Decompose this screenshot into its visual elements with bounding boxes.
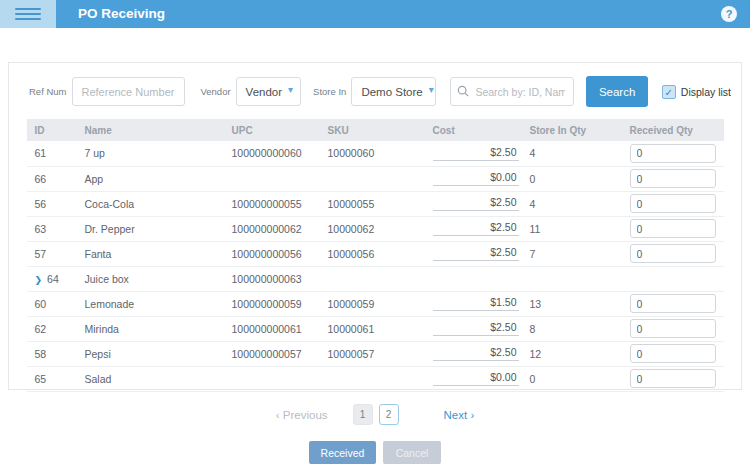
cell-id: ❯61 — [27, 141, 77, 166]
cell-cost — [425, 266, 522, 291]
page-button-2[interactable]: 2 — [379, 404, 399, 425]
cost-input[interactable]: $2.50 — [433, 321, 519, 336]
column-header: ID — [27, 119, 77, 141]
received-qty-input[interactable] — [630, 219, 716, 238]
cell-sku — [320, 166, 425, 191]
cell-cost: $2.50 — [425, 341, 522, 366]
reference-number-input[interactable] — [72, 77, 185, 106]
table-row: ❯61 7 up 100000000060 10000060 $2.50 4 — [27, 141, 724, 166]
chevron-down-icon: ▾ — [288, 85, 293, 95]
column-header: Store In Qty — [522, 119, 622, 141]
cell-id: ❯58 — [27, 341, 77, 366]
received-qty-input[interactable] — [630, 369, 716, 388]
table-row: ❯60 Lemonade 100000000059 10000059 $1.50… — [27, 291, 724, 316]
display-list-toggle[interactable]: ✓ Display list — [662, 85, 731, 99]
cell-upc: 100000000056 — [224, 241, 320, 266]
cell-upc: 100000000062 — [224, 216, 320, 241]
received-qty-input[interactable] — [630, 319, 716, 338]
received-qty-input[interactable] — [630, 294, 716, 313]
page-title: PO Receiving — [78, 0, 165, 28]
cell-upc: 100000000059 — [224, 291, 320, 316]
cell-id: ❯65 — [27, 366, 77, 391]
column-header: SKU — [320, 119, 425, 141]
expand-chevron-icon[interactable]: ❯ — [35, 275, 43, 285]
action-bar: Received Cancel — [0, 441, 750, 464]
received-qty-input[interactable] — [630, 344, 716, 363]
table-row: ❯65 Salad $0.00 0 — [27, 366, 724, 391]
cell-received-qty — [622, 166, 724, 191]
chevron-down-icon: ▾ — [429, 85, 434, 95]
cell-store-in-qty: 12 — [522, 341, 622, 366]
cost-input[interactable]: $2.50 — [433, 221, 519, 236]
page-button-1[interactable]: 1 — [353, 404, 373, 425]
cost-input[interactable]: $2.50 — [433, 346, 519, 361]
cell-name: Fanta — [77, 241, 224, 266]
cell-id: ❯66 — [27, 166, 77, 191]
received-qty-input[interactable] — [630, 244, 716, 263]
table-row: ❯58 Pepsi 100000000057 10000057 $2.50 12 — [27, 341, 724, 366]
cell-upc: 100000000057 — [224, 341, 320, 366]
column-header: Name — [77, 119, 224, 141]
cost-input[interactable]: $2.50 — [433, 246, 519, 261]
cell-store-in-qty: 0 — [522, 166, 622, 191]
cell-name: Salad — [77, 366, 224, 391]
cell-sku — [320, 266, 425, 291]
hamburger-menu-icon[interactable] — [0, 0, 56, 28]
cell-cost: $0.00 — [425, 366, 522, 391]
previous-page-link[interactable]: ‹ Previous — [276, 409, 328, 421]
cost-input[interactable]: $0.00 — [433, 371, 519, 386]
pagination: ‹ Previous 12 Next › — [0, 404, 750, 425]
vendor-label: Vendor — [200, 86, 230, 97]
cell-store-in-qty: 4 — [522, 191, 622, 216]
filter-bar: Ref Num Vendor Vendor ▾ Store In Demo St… — [9, 63, 741, 119]
received-qty-input[interactable] — [630, 169, 716, 188]
cell-name: App — [77, 166, 224, 191]
cost-input[interactable]: $0.00 — [433, 171, 519, 186]
received-qty-input[interactable] — [630, 144, 716, 163]
search-button[interactable]: Search — [586, 76, 647, 107]
po-items-table: IDNameUPCSKUCostStore In QtyReceived Qty… — [27, 119, 724, 392]
table-row: ❯64 Juice box 100000000063 — [27, 266, 724, 291]
cell-name: Pepsi — [77, 341, 224, 366]
search-icon — [457, 85, 469, 97]
cell-cost: $2.50 — [425, 191, 522, 216]
cell-sku: 10000056 — [320, 241, 425, 266]
table-header-row: IDNameUPCSKUCostStore In QtyReceived Qty — [27, 119, 724, 141]
cost-input[interactable]: $2.50 — [433, 196, 519, 211]
column-header: UPC — [224, 119, 320, 141]
cell-received-qty — [622, 141, 724, 166]
cell-upc: 100000000063 — [224, 266, 320, 291]
received-qty-input[interactable] — [630, 194, 716, 213]
po-receiving-panel: Ref Num Vendor Vendor ▾ Store In Demo St… — [8, 62, 742, 390]
cell-received-qty — [622, 366, 724, 391]
table-row: ❯66 App $0.00 0 — [27, 166, 724, 191]
cell-received-qty — [622, 341, 724, 366]
store-in-select[interactable]: Demo Store ▾ — [351, 77, 436, 106]
vendor-select-value: Vendor — [246, 86, 282, 98]
column-header: Received Qty — [622, 119, 724, 141]
cell-store-in-qty: 4 — [522, 141, 622, 166]
cell-cost: $2.50 — [425, 316, 522, 341]
ref-num-label: Ref Num — [29, 86, 66, 97]
cell-cost: $2.50 — [425, 141, 522, 166]
help-icon[interactable]: ? — [721, 6, 737, 22]
vendor-select[interactable]: Vendor ▾ — [236, 77, 301, 106]
display-list-label: Display list — [681, 86, 731, 98]
cell-name: Mirinda — [77, 316, 224, 341]
cell-received-qty — [622, 216, 724, 241]
cell-store-in-qty: 13 — [522, 291, 622, 316]
next-page-link[interactable]: Next › — [444, 409, 475, 421]
cell-received-qty — [622, 191, 724, 216]
cell-received-qty — [622, 266, 724, 291]
cost-input[interactable]: $1.50 — [433, 296, 519, 311]
table-row: ❯62 Mirinda 100000000061 10000061 $2.50 … — [27, 316, 724, 341]
cell-store-in-qty: 0 — [522, 366, 622, 391]
cost-input[interactable]: $2.50 — [433, 146, 519, 161]
checkbox-checked-icon[interactable]: ✓ — [662, 85, 676, 99]
cell-cost: $1.50 — [425, 291, 522, 316]
cell-name: Dr. Pepper — [77, 216, 224, 241]
cancel-button[interactable]: Cancel — [383, 441, 441, 464]
cell-upc: 100000000061 — [224, 316, 320, 341]
cell-store-in-qty — [522, 266, 622, 291]
received-button[interactable]: Received — [309, 441, 376, 464]
